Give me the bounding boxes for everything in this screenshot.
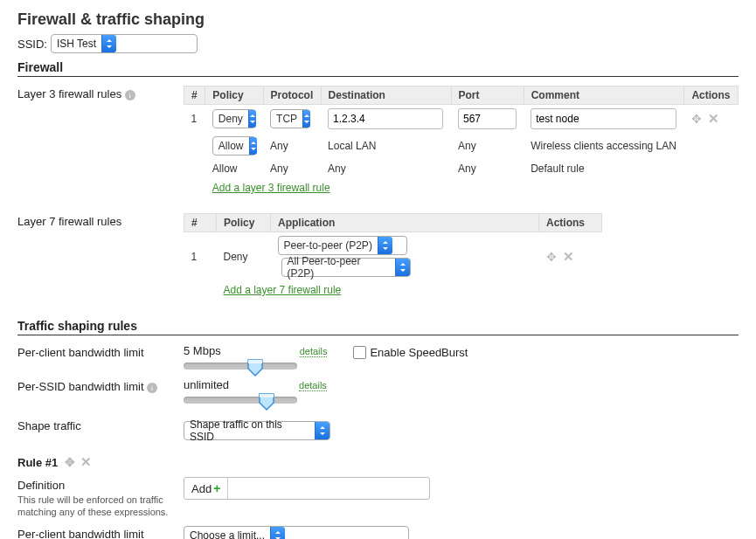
app-select[interactable]: All Peer-to-peer (P2P)	[281, 258, 411, 277]
chevron-updown-icon	[315, 422, 329, 439]
per-client-bw-slider[interactable]	[184, 363, 297, 370]
comment-input[interactable]	[531, 108, 676, 129]
col-actions: Actions	[684, 86, 739, 105]
info-icon[interactable]: i	[125, 90, 135, 100]
col-application: Application	[271, 214, 539, 232]
shape-traffic-label: Shape traffic	[17, 418, 184, 432]
move-icon[interactable]: ✥	[691, 112, 700, 126]
rule-per-client-bw-label: Per-client bandwidth limit	[17, 526, 184, 539]
chevron-updown-icon	[101, 35, 116, 52]
col-comment: Comment	[524, 86, 684, 105]
l7-table: # Policy Application Actions 1 Deny Peer…	[184, 213, 602, 300]
close-icon[interactable]: ✕	[708, 111, 719, 126]
close-icon[interactable]: ✕	[80, 454, 92, 470]
definition-label: Definition This rule will be enforced on…	[17, 477, 184, 519]
slider-handle-icon[interactable]	[246, 358, 264, 376]
close-icon[interactable]: ✕	[563, 249, 574, 264]
chevron-updown-icon	[302, 110, 310, 128]
chevron-updown-icon	[270, 527, 285, 539]
per-ssid-bw-slider[interactable]	[184, 397, 297, 404]
policy-select[interactable]: Allow	[212, 136, 256, 155]
col-num: #	[184, 214, 217, 232]
shape-traffic-select[interactable]: Shape traffic on this SSID	[184, 421, 330, 440]
col-port: Port	[451, 86, 524, 105]
per-client-bw-value: 5 Mbps	[184, 344, 221, 357]
table-row: 1 Deny TCP ✥ ✕	[184, 105, 739, 134]
speedburst-checkbox[interactable]: Enable SpeedBurst	[353, 346, 468, 359]
section-firewall: Firewall	[17, 60, 739, 77]
definition-add-box: Add +	[184, 477, 430, 500]
table-row: Allow Any Local LAN Any Wireless clients…	[184, 133, 739, 159]
add-l3-rule-link[interactable]: Add a layer 3 firewall rule	[212, 182, 330, 194]
ssid-label: SSID:	[17, 38, 47, 51]
table-row: Allow Any Any Any Default rule	[184, 159, 739, 178]
page-title: Firewall & traffic shaping	[17, 10, 739, 29]
chevron-updown-icon	[248, 110, 256, 128]
per-client-bw-label: Per-client bandwidth limit	[17, 344, 184, 359]
table-row: 1 Deny Peer-to-peer (P2P) All Peer-to-pe…	[184, 232, 602, 281]
col-policy: Policy	[217, 214, 271, 232]
rule-title: Rule #1	[17, 456, 58, 469]
details-link[interactable]: details	[299, 380, 327, 391]
plus-icon: +	[213, 481, 220, 495]
per-ssid-bw-label: Per-SSID bandwidth limit i	[17, 378, 184, 393]
chevron-updown-icon	[378, 237, 392, 254]
l3-label: Layer 3 firewall rules i	[17, 86, 184, 100]
col-destination: Destination	[321, 86, 451, 105]
policy-select[interactable]: Deny	[212, 109, 256, 128]
app-category-select[interactable]: Peer-to-peer (P2P)	[278, 236, 407, 255]
ssid-select-value: ISH Test	[57, 38, 96, 50]
add-expression-button[interactable]: Add +	[184, 478, 228, 499]
ssid-select[interactable]: ISH Test	[51, 34, 198, 53]
info-icon[interactable]: i	[147, 383, 157, 393]
col-policy: Policy	[205, 86, 263, 105]
per-ssid-bw-value: unlimited	[184, 378, 229, 391]
col-protocol: Protocol	[263, 86, 321, 105]
move-icon[interactable]: ✥	[65, 455, 73, 469]
destination-input[interactable]	[328, 108, 443, 129]
move-icon[interactable]: ✥	[546, 250, 555, 264]
chevron-updown-icon	[395, 259, 410, 276]
add-l7-rule-link[interactable]: Add a layer 7 firewall rule	[224, 284, 342, 296]
details-link[interactable]: details	[300, 346, 328, 357]
l3-table: # Policy Protocol Destination Port Comme…	[184, 86, 739, 197]
protocol-select[interactable]: TCP	[270, 109, 310, 128]
section-traffic-shaping: Traffic shaping rules	[17, 319, 739, 335]
port-input[interactable]	[458, 108, 517, 129]
col-num: #	[184, 86, 205, 105]
limit-select[interactable]: Choose a limit...	[184, 526, 409, 539]
chevron-updown-icon	[249, 137, 257, 155]
col-actions: Actions	[539, 214, 602, 232]
slider-handle-icon[interactable]	[258, 392, 275, 410]
l7-label: Layer 7 firewall rules	[17, 213, 184, 228]
